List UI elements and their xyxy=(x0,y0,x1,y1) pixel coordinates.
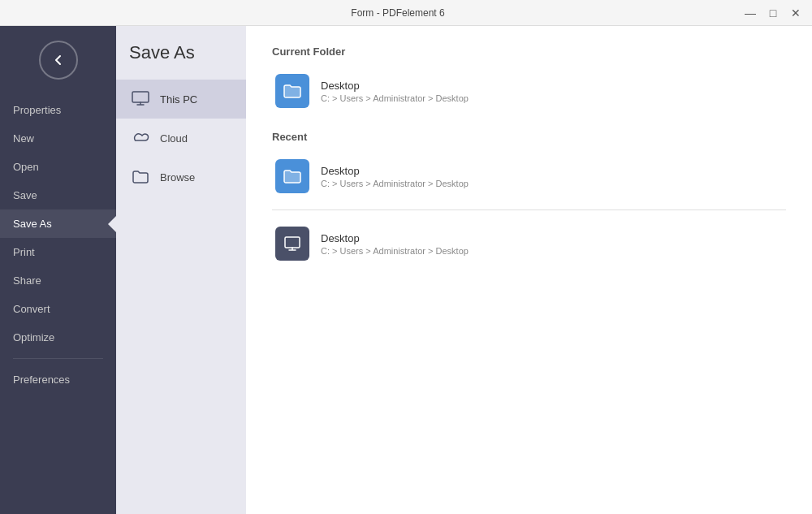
svg-rect-0 xyxy=(132,92,149,102)
window-controls: — □ ✕ xyxy=(741,3,806,23)
sidebar-item-share[interactable]: Share xyxy=(0,266,116,295)
recent-item-1-name: Desktop xyxy=(321,232,469,244)
back-button[interactable] xyxy=(39,41,78,80)
recent-heading: Recent xyxy=(272,131,786,143)
recent-item-0[interactable]: Desktop C: > Users > Administrator > Des… xyxy=(272,153,786,200)
sidebar-item-save-as[interactable]: Save As xyxy=(0,209,116,238)
svg-rect-1 xyxy=(285,237,300,248)
sidebar-item-preferences[interactable]: Preferences xyxy=(0,365,116,394)
close-button[interactable]: ✕ xyxy=(786,3,806,23)
sidebar-item-convert[interactable]: Convert xyxy=(0,295,116,323)
panel-title: Save As xyxy=(116,42,246,80)
sidebar-item-save[interactable]: Save xyxy=(0,181,116,209)
sidebar-item-properties[interactable]: Properties xyxy=(0,96,116,124)
recent-item-1-path: C: > Users > Administrator > Desktop xyxy=(321,246,469,256)
main-content: Current Folder Desktop C: > Users > Admi… xyxy=(246,26,812,514)
current-folder-icon xyxy=(275,74,309,108)
recent-item-1[interactable]: Desktop C: > Users > Administrator > Des… xyxy=(272,220,786,267)
app-body: Properties New Open Save Save As Print xyxy=(0,26,812,514)
maximize-button[interactable]: □ xyxy=(763,3,783,23)
location-this-pc[interactable]: This PC xyxy=(116,80,246,119)
app-window: Form - PDFelement 6 — □ ✕ Properties New xyxy=(0,0,812,514)
browse-icon xyxy=(129,166,152,188)
browse-label: Browse xyxy=(160,171,195,184)
sidebar-divider xyxy=(13,358,103,359)
location-cloud[interactable]: Cloud xyxy=(116,119,246,158)
recent-divider xyxy=(272,209,786,210)
this-pc-icon xyxy=(129,88,152,110)
location-browse[interactable]: Browse xyxy=(116,158,246,197)
cloud-label: Cloud xyxy=(160,132,188,145)
minimize-button[interactable]: — xyxy=(741,3,760,23)
current-folder-path: C: > Users > Administrator > Desktop xyxy=(321,93,469,103)
recent-item-0-name: Desktop xyxy=(321,165,469,177)
current-folder-item[interactable]: Desktop C: > Users > Administrator > Des… xyxy=(272,67,786,114)
sidebar-item-new[interactable]: New xyxy=(0,124,116,153)
current-folder-name: Desktop xyxy=(321,80,469,92)
title-bar: Form - PDFelement 6 — □ ✕ xyxy=(0,0,812,26)
recent-item-0-path: C: > Users > Administrator > Desktop xyxy=(321,179,469,188)
recent-item-0-info: Desktop C: > Users > Administrator > Des… xyxy=(321,165,469,188)
window-title: Form - PDFelement 6 xyxy=(55,7,741,19)
current-folder-info: Desktop C: > Users > Administrator > Des… xyxy=(321,80,469,103)
recent-item-0-icon xyxy=(275,159,309,193)
sidebar-nav: Properties New Open Save Save As Print xyxy=(0,96,116,514)
middle-panel: Save As This PC Cloud xyxy=(116,26,246,514)
sidebar: Properties New Open Save Save As Print xyxy=(0,26,116,514)
recent-item-1-info: Desktop C: > Users > Administrator > Des… xyxy=(321,232,469,256)
sidebar-item-print[interactable]: Print xyxy=(0,238,116,266)
cloud-icon xyxy=(129,127,152,149)
this-pc-label: This PC xyxy=(160,93,197,106)
recent-item-1-icon xyxy=(275,227,309,261)
sidebar-item-optimize[interactable]: Optimize xyxy=(0,323,116,352)
sidebar-item-open[interactable]: Open xyxy=(0,153,116,181)
current-folder-heading: Current Folder xyxy=(272,45,786,58)
